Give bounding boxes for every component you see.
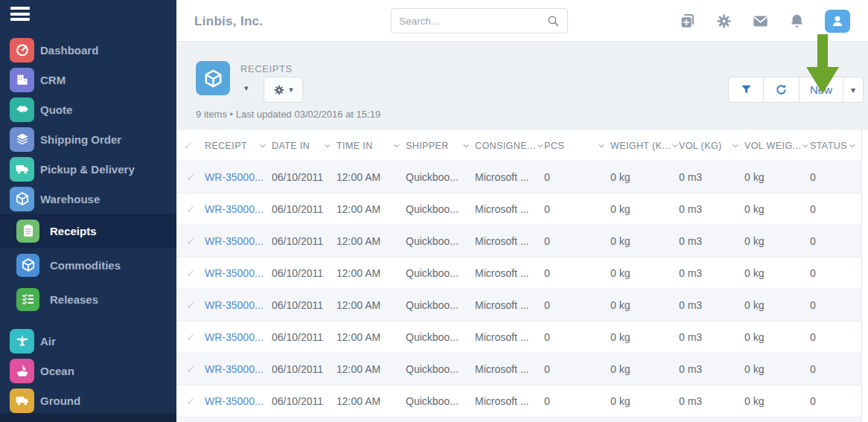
receipt-link[interactable]: WR-35000... (205, 267, 264, 279)
cell-vol-weig: 0 kg (744, 395, 810, 407)
cell-vol-kg: 0 m3 (679, 203, 744, 215)
notifications-bell-icon[interactable] (788, 13, 805, 30)
cell-status: 0 (810, 171, 861, 183)
sort-chevron-icon (671, 141, 679, 150)
table-row: ✓WR-35000...06/10/201112:00 AMQuickboo..… (176, 258, 861, 290)
cell-vol-kg: 0 m3 (679, 331, 744, 343)
column-header-weight-k[interactable]: WEIGHT (K... (610, 141, 679, 151)
cell-status: 0 (810, 363, 861, 375)
sidebar-item-dashboard[interactable]: Dashboard (0, 35, 176, 65)
column-header-date-in[interactable]: DATE IN (272, 141, 336, 151)
cell-time-in: 12:00 AM (336, 171, 406, 183)
sidebar-item-quote[interactable]: Quote (0, 95, 176, 124)
column-header-status[interactable]: STATUS (810, 141, 861, 151)
column-header-pcs[interactable]: PCS (544, 141, 610, 151)
sidebar-item-label: Ocean (40, 365, 74, 377)
cell-shipper: Quickboo... (406, 363, 475, 375)
cell-pcs: 0 (544, 171, 610, 183)
receipt-link[interactable]: WR-35000... (205, 235, 264, 247)
receipt-link[interactable]: WR-35000... (205, 331, 264, 343)
column-header-receipt[interactable]: RECEIPT (205, 141, 272, 151)
column-header-vol-kg[interactable]: VOL (KG) (679, 141, 744, 151)
cell-date-in: 06/10/2011 (272, 171, 336, 183)
column-label: TIME IN (336, 141, 373, 151)
cell-time-in: 12:00 AM (336, 395, 406, 407)
column-label: VOL WEIG... (744, 141, 801, 151)
sidebar-item-label: Ground (40, 394, 80, 407)
row-check[interactable]: ✓ (176, 395, 205, 407)
sidebar-item-ground[interactable]: Ground (0, 386, 176, 415)
cell-pcs: 0 (544, 395, 610, 407)
cell-vol-weig: 0 kg (744, 331, 810, 343)
list-settings-button[interactable]: ▾ (264, 77, 303, 103)
module-switch-caret[interactable]: ▾ (244, 83, 249, 93)
cell-shipper: Quickboo... (406, 235, 475, 247)
column-header-consigne[interactable]: CONSIGNE... (475, 141, 544, 151)
row-check[interactable]: ✓ (176, 363, 205, 375)
sidebar-item-shipping-order[interactable]: Shipping Order (0, 124, 176, 154)
cell-status: 0 (810, 299, 861, 311)
receipt-link[interactable]: WR-35000... (205, 171, 264, 183)
cell-consigne: Microsoft ... (475, 363, 544, 375)
cell-status: 0 (810, 267, 861, 279)
chevron-down-icon: ▾ (289, 85, 293, 95)
sidebar-item-warehouse[interactable]: Warehouse (0, 184, 176, 214)
cell-date-in: 06/10/2011 (272, 267, 336, 279)
new-dropdown-button[interactable]: ▾ (843, 77, 864, 103)
receipt-link[interactable]: WR-35000... (205, 395, 264, 407)
mail-icon[interactable] (752, 13, 769, 30)
cell-status: 0 (810, 235, 861, 247)
cell-shipper: Quickboo... (406, 395, 475, 407)
row-check[interactable]: ✓ (176, 235, 205, 247)
new-button[interactable]: New (799, 77, 843, 103)
receipt-link[interactable]: WR-35000... (205, 203, 264, 215)
cell-consigne: Microsoft ... (475, 395, 544, 407)
vertical-scrollbar[interactable] (861, 130, 868, 422)
user-avatar[interactable] (825, 10, 850, 33)
search-icon[interactable] (546, 14, 560, 28)
sidebar-item-air[interactable]: Air (0, 326, 176, 356)
row-check[interactable]: ✓ (176, 171, 205, 183)
sort-chevron-icon (392, 141, 401, 150)
column-header-time-in[interactable]: TIME IN (336, 141, 406, 151)
add-document-icon[interactable] (679, 13, 696, 30)
cell-vol-kg: 0 m3 (679, 171, 744, 183)
receipts-module-icon (196, 61, 230, 95)
row-check[interactable]: ✓ (176, 267, 205, 279)
cell-time-in: 12:00 AM (336, 299, 406, 311)
row-check[interactable]: ✓ (176, 203, 205, 215)
cell-weight-k: 0 kg (610, 331, 679, 343)
cell-consigne: Microsoft ... (475, 299, 544, 311)
row-check[interactable]: ✓ (176, 331, 205, 343)
settings-gear-icon[interactable] (715, 13, 733, 30)
cell-time-in: 12:00 AM (336, 331, 406, 343)
sidebar-item-commodities[interactable]: Commodities (0, 248, 176, 282)
sidebar-item-releases[interactable]: Releases (0, 282, 176, 316)
cell-vol-kg: 0 m3 (679, 299, 744, 311)
cell-receipt: WR-35000... (205, 363, 272, 375)
column-header-vol-weig[interactable]: VOL WEIG... (744, 141, 810, 151)
quote-icon (10, 97, 34, 122)
filter-button[interactable] (728, 77, 764, 103)
sidebar-item-pickup-delivery[interactable]: Pickup & Delivery (0, 154, 176, 184)
cell-receipt: WR-35000... (205, 235, 272, 247)
sidebar-item-label: Shipping Order (40, 133, 121, 146)
sidebar-item-receipts[interactable]: Receipts (0, 214, 176, 248)
select-all-check[interactable]: ✓ (176, 140, 205, 152)
search-input[interactable] (399, 16, 546, 27)
filter-icon (740, 83, 753, 96)
sort-chevron-icon (801, 141, 810, 150)
sidebar-item-ocean[interactable]: Ocean (0, 356, 176, 386)
row-check[interactable]: ✓ (176, 299, 205, 311)
cell-time-in: 12:00 AM (336, 267, 406, 279)
sidebar-item-crm[interactable]: CRM (0, 65, 176, 95)
list-summary: 9 items • Last updated 03/02/2016 at 15:… (196, 109, 380, 120)
cell-weight-k: 0 kg (610, 235, 679, 247)
receipt-link[interactable]: WR-35000... (205, 299, 264, 311)
hamburger-menu-icon[interactable] (10, 7, 30, 21)
cell-date-in: 06/10/2011 (272, 203, 336, 215)
refresh-button[interactable] (763, 77, 800, 103)
cell-status: 0 (810, 331, 861, 343)
column-header-shipper[interactable]: SHIPPER (406, 141, 475, 151)
receipt-link[interactable]: WR-35000... (205, 363, 264, 375)
